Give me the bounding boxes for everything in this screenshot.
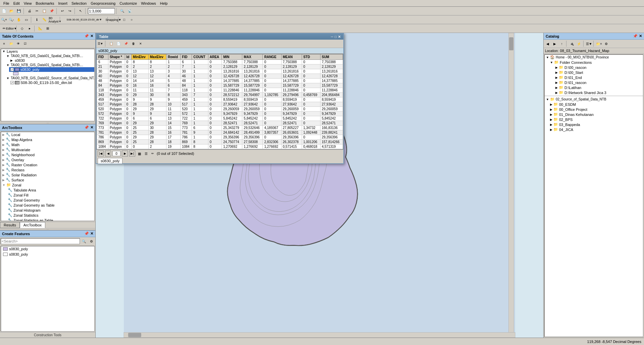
undo-btn[interactable]: ↩ [59,8,66,14]
catalog-rascon2[interactable]: ▶ 📁 D:\01_rascon [545,80,643,85]
expand-g2[interactable]: ▼ [6,63,10,67]
table-max-icon[interactable]: □ [335,35,337,39]
expand-g3[interactable]: ▼ [6,77,10,80]
gps-btn[interactable]: 📡 [126,8,133,14]
tool-solar[interactable]: ▶🔧Solar Radiation [1,172,94,177]
menu-view[interactable]: View [22,1,34,6]
tool-neighborhood[interactable]: ▶🔧Neighborhood [1,152,94,157]
tool-zonal-statistics[interactable]: 🔧Zonal Statistics [1,213,94,218]
zoom-full-btn[interactable]: 🔍 [119,8,126,14]
toc-pin-icon[interactable]: 📌 [84,34,89,38]
table-row[interactable]: 6Polygon08816107,7503887,75038807,750388… [97,60,343,64]
expand-jica[interactable]: ▶ [550,128,552,131]
table-row[interactable]: 459Polygon0999459108,5594198,55941908,55… [97,97,343,102]
table-clear-btn[interactable]: ✕ [137,40,144,47]
nav-last[interactable]: ▶| [129,150,135,157]
expand-start[interactable]: ▶ [555,71,558,74]
expand-mapalgebra[interactable]: ▶ [2,138,5,141]
expand-keh[interactable]: ▶ [550,113,552,116]
col-mean[interactable]: MEAN [281,54,302,60]
tool-zonal-geometry[interactable]: 🔧Zonal Geometry [1,198,94,203]
expand-g1[interactable]: ▼ [6,54,10,58]
table-delete-btn[interactable]: 🗑 [130,40,137,47]
col-rowid[interactable]: Rowid [166,54,181,60]
col-area[interactable]: AREA [208,54,222,60]
tab-results[interactable]: Results [0,222,20,228]
table-row[interactable]: 1084Polygon002191084801,2706921,2766921,… [97,144,343,149]
toc-group1[interactable]: ▼ TA\00_NTB_GIS_Data\01_Spatial_Data_NTB… [5,54,94,58]
col-count[interactable]: COUNT [192,54,208,60]
expand-solar[interactable]: ▶ [2,173,5,177]
menu-windows[interactable]: Windows [139,1,158,6]
col-max[interactable]: MAX [242,54,263,60]
expand-local[interactable]: ▶ [2,133,5,136]
arctoolbox-pin-icon[interactable]: 📌 [84,125,89,130]
toc-close-icon[interactable]: ✕ [90,34,93,38]
toc-source-btn[interactable]: 📁 [8,40,14,47]
tool-raster-creation[interactable]: ▶🔧Raster Creation [1,162,94,167]
3d-analyst-btn[interactable]: 3D Analyst▼ [52,16,58,23]
tool-local[interactable]: ▶🔧Local [1,132,94,137]
expand-office[interactable]: ▶ [550,108,552,111]
table-row[interactable]: 84Polygon016166841015,58772915,587729015… [97,83,343,88]
table-row[interactable]: 769Polygon02929147691028,5247128,5247102… [97,121,343,126]
catalog-forward-btn[interactable]: ▶ [551,40,558,47]
cf-pin-icon[interactable]: 📌 [84,231,89,236]
menu-edit[interactable]: Edit [11,1,22,6]
copy-btn[interactable]: 📋 [41,8,48,14]
square-btn[interactable]: □ [121,16,128,23]
open-btn[interactable]: 📂 [8,8,15,14]
cf-filter-btn[interactable]: ⚙ [88,238,95,245]
nav-page-input[interactable] [112,151,120,156]
catalog-end[interactable]: ▶ 📁 D:\01_End [545,75,643,80]
table-menu-btn[interactable]: ☰▼ [97,40,104,47]
tab-arctoolbox[interactable]: ArcToolbox [20,222,45,228]
tool-multivariate[interactable]: ▶🔧Multivariate [1,147,94,152]
table-paste-btn[interactable]: 📌 [122,40,129,47]
expand-home[interactable]: ▼ [546,56,549,59]
catalog-jica[interactable]: ▶ 📁 04_JICA [545,127,643,132]
expand-r2[interactable]: ▶ [555,81,558,84]
col-minelev[interactable]: MinElev [131,54,148,60]
node-btn[interactable]: ▸ [26,25,33,32]
expand-raster[interactable]: ▶ [2,163,5,167]
expand-esdm[interactable]: ▶ [550,103,552,106]
col-fid2[interactable]: FID [181,54,192,60]
table-row[interactable]: 343Polygon0293083437028,57221229,7649971… [97,93,343,97]
tool-math[interactable]: ▶🔧Math [1,142,94,147]
table-tab-s0830poly[interactable]: s0830_poly [98,158,122,164]
expand-layers[interactable]: ▼ [2,50,6,53]
expand-sntb[interactable]: ▼ [546,98,549,101]
paste-btn[interactable]: 📌 [48,8,55,14]
table-row[interactable]: 517Polygon02828105171027,9364227,9364202… [97,102,343,107]
tool-surface[interactable]: ▶🔧Surface [1,177,94,182]
tool-zonal-fill[interactable]: 🔧Zonal Fill [1,192,94,198]
catalog-office[interactable]: ▶ 📁 00_Office Project [545,107,643,112]
expand-bps[interactable]: ▶ [550,118,552,121]
select-btn[interactable]: ▭ [23,16,30,23]
pan-btn[interactable]: ✋ [15,16,22,23]
col-maxelev[interactable]: MaxElev [148,54,166,60]
table-row[interactable]: 40Polygon012124461012,42672812,426728012… [97,74,343,79]
catalog-bps[interactable]: ▶ 📁 02_BPS [545,117,643,122]
expand-net[interactable]: ▶ [555,91,558,94]
expand-end[interactable]: ▶ [555,76,558,79]
s0830poly-checkbox[interactable] [10,68,14,71]
catalog-kehutanan[interactable]: ▶ 📁 01_Dinas Kehutanan [545,112,643,117]
edit-btn[interactable]: Editor▼ [8,25,15,32]
col-range[interactable]: RANGE [263,54,281,60]
zoom-out-btn[interactable]: 🔍- [8,16,15,23]
new-btn[interactable]: 📄 [1,8,7,14]
menu-selection[interactable]: Selection [69,1,89,6]
print-btn[interactable]: 🖨 [26,8,33,14]
toc-s0830poly[interactable]: s0830_poly [9,67,94,72]
catalog-latihan[interactable]: ▶ 📁 D:\Latihan [545,85,643,90]
menu-geoprocessing[interactable]: Geoprocessing [89,1,117,6]
table-row[interactable]: 781Polygon02528167819024,68414228,491499… [97,130,343,135]
expand-bappeda[interactable]: ▶ [550,123,552,126]
zoom-in-btn[interactable]: 🔍+ [1,16,7,23]
catalog-source-ntb[interactable]: ▼ 📁 02_Source_of_Spatial_Data_NTB [545,97,643,102]
expand-r1[interactable]: ▶ [555,66,558,69]
save-btn[interactable]: 💾 [15,8,22,14]
tool-overlay[interactable]: ▶🔧Overlay [1,157,94,162]
